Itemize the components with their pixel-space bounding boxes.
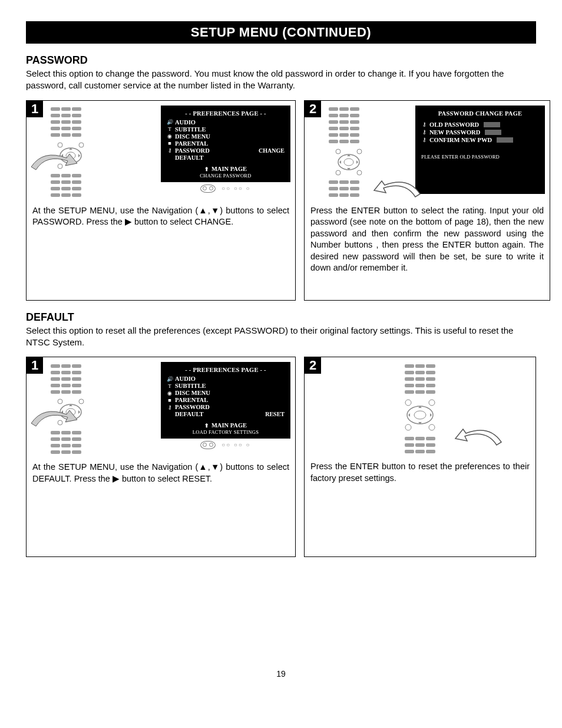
default-step2-cell: 2 xyxy=(304,357,536,557)
pointer-arrow-icon xyxy=(25,400,78,435)
default-step2-caption: Press the ENTER button to reset the pref… xyxy=(305,457,535,556)
dpad-icon xyxy=(328,146,369,179)
tv-screen-password-change: PASSWORD CHANGE PAGE⚷OLD PASSWORD⚷NEW PA… xyxy=(415,106,545,194)
svg-point-17 xyxy=(429,400,435,406)
remote-illustration-left xyxy=(50,362,156,456)
step-number: 1 xyxy=(27,101,43,117)
password-step2-caption: Press the ENTER button to select the rat… xyxy=(305,202,550,300)
password-step1-caption: At the SETUP MENU, use the Navigation (▲… xyxy=(27,202,295,300)
svg-point-18 xyxy=(407,406,433,424)
svg-point-8 xyxy=(344,159,353,166)
svg-point-20 xyxy=(405,424,411,430)
step-number: 2 xyxy=(305,357,321,374)
svg-point-16 xyxy=(405,400,411,406)
pointer-arrow-icon xyxy=(373,170,426,206)
svg-point-10 xyxy=(357,170,362,175)
svg-point-6 xyxy=(357,149,362,154)
tv-screen-preferences: - - PREFERENCES PAGE - -🔊AUDIOTSUBTITLE◉… xyxy=(161,362,290,439)
svg-point-7 xyxy=(338,154,359,170)
svg-point-21 xyxy=(429,424,435,430)
password-step1-cell: 1 xyxy=(26,100,296,301)
tv-screen-preferences: - - PREFERENCES PAGE - -🔊AUDIOTSUBTITLE◉… xyxy=(161,106,290,182)
default-heading: DEFAULT xyxy=(26,311,536,324)
svg-point-19 xyxy=(414,411,426,419)
player-controls-icon: ○○ ○○ ○ xyxy=(161,185,290,193)
step-number: 1 xyxy=(27,357,43,374)
step-number: 2 xyxy=(305,101,321,117)
dpad-icon xyxy=(394,396,447,434)
password-body: Select this option to change the passwor… xyxy=(26,68,536,92)
page-title-bar: SETUP MENU (CONTINUED) xyxy=(26,21,536,44)
password-step2-cell: 2 xyxy=(304,100,550,301)
pointer-arrow-icon xyxy=(25,143,78,179)
page-number: 19 xyxy=(26,669,536,678)
default-step1-cell: 1 xyxy=(26,357,296,557)
svg-point-12 xyxy=(79,399,84,404)
pointer-arrow-icon xyxy=(454,419,507,454)
svg-point-9 xyxy=(336,170,340,175)
remote-illustration-left xyxy=(50,106,156,199)
default-step1-caption: At the SETUP MENU, use the Navigation (▲… xyxy=(27,458,295,556)
remote-illustration-right xyxy=(328,106,411,199)
svg-point-5 xyxy=(336,149,340,154)
svg-point-1 xyxy=(79,143,84,147)
remote-illustration-center xyxy=(367,362,473,455)
password-heading: PASSWORD xyxy=(26,54,536,67)
default-body: Select this option to reset all the pref… xyxy=(26,325,536,349)
player-controls-icon: ○○ ○○ ○ xyxy=(161,441,290,449)
